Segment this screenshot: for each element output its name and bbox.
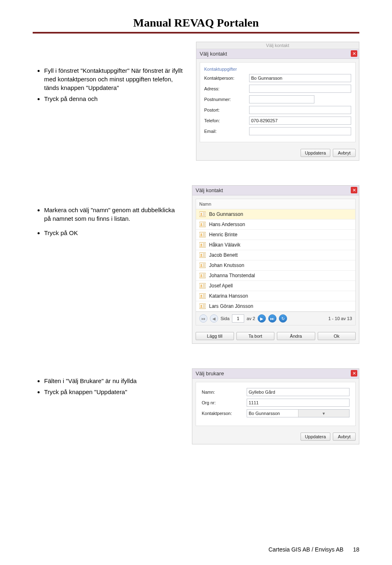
contact-name: Bo Gunnarsson: [209, 211, 243, 217]
pager-last-icon[interactable]: ⏭: [268, 314, 276, 323]
kontaktperson-label: Kontaktperson:: [202, 411, 247, 416]
contact-name: Håkan Välavik: [209, 242, 241, 248]
contact-list-row[interactable]: Josef Apell: [196, 281, 355, 291]
page-footer: Cartesia GIS AB / Envisys AB 18: [268, 546, 359, 553]
svg-point-16: [200, 244, 202, 245]
kontakt-dialog-edit: Välj kontakt Välj kontakt ✕ Kontaktuppgi…: [196, 42, 359, 161]
svg-point-11: [200, 233, 202, 235]
contact-name: Josef Apell: [209, 283, 233, 289]
contact-card-icon: [199, 283, 206, 289]
contact-card-icon: [199, 252, 206, 258]
close-icon[interactable]: ✕: [351, 50, 357, 57]
orgnr-label: Org nr:: [202, 400, 247, 405]
contact-card-icon: [199, 222, 206, 227]
section2-instructions: Markera och välj "namn" genom att dubbel…: [33, 185, 184, 344]
section1-instructions: Fyll i fönstret "Kontaktuppgifter" När f…: [33, 46, 188, 161]
contact-name: Lars Göran Jönsson: [209, 303, 253, 309]
contact-list-row[interactable]: Johanna Thorstendal: [196, 271, 355, 281]
contact-name: Katarina Hansson: [209, 293, 248, 299]
email-input[interactable]: [249, 127, 351, 135]
select-value: Bo Gunnarsson: [247, 411, 298, 416]
dialog-title-bar: Välj kontakt ✕: [196, 49, 359, 59]
pager-first-icon[interactable]: ⏮: [199, 314, 207, 323]
postort-label: Postort:: [204, 108, 249, 112]
uppdatera-button[interactable]: Uppdatera: [301, 149, 330, 157]
contact-card-icon: [199, 273, 206, 278]
kontaktperson-label: Kontaktperson:: [204, 76, 249, 81]
email-label: Email:: [204, 129, 249, 134]
namn-input[interactable]: [247, 388, 350, 396]
close-icon[interactable]: ✕: [351, 187, 357, 193]
dialog-title-bar: Välj kontakt ✕: [192, 186, 359, 195]
postnummer-label: Postnummer:: [204, 97, 249, 102]
contact-card-icon: [199, 293, 206, 299]
bullet: Tryck på denna och: [44, 94, 184, 103]
pager-page-input[interactable]: [232, 314, 244, 323]
pager: ⏮ ◀ Sida av 2 ▶ ⏭ ↻ 1 - 10 av 13: [196, 312, 355, 325]
bullet: Markera och välj "namn" genom att dubbel…: [44, 206, 180, 223]
uppdatera-button[interactable]: Uppdatera: [301, 433, 330, 441]
contact-list-row[interactable]: Hans Andersson: [196, 220, 355, 230]
namn-label: Namn:: [202, 390, 247, 395]
adress-input[interactable]: [249, 85, 351, 93]
page-title: Manual REVAQ Portalen: [33, 16, 359, 29]
fieldset-legend: Kontaktuppgifter: [204, 67, 351, 72]
telefon-input[interactable]: [249, 117, 351, 125]
lagg-till-button[interactable]: Lägg till: [196, 332, 234, 340]
contact-list-row[interactable]: Håkan Välavik: [196, 240, 355, 250]
kontakt-dialog-list: Välj kontakt ✕ Namn Bo GunnarssonHans An…: [192, 185, 359, 344]
contact-name: Johanna Thorstendal: [209, 273, 255, 278]
ghost-header: Välj kontakt: [196, 42, 359, 49]
svg-point-41: [200, 295, 202, 296]
contact-name: Henric Brinte: [209, 232, 237, 238]
dialog-title: Välj kontakt: [200, 51, 227, 57]
pager-refresh-icon[interactable]: ↻: [279, 314, 287, 323]
pager-sida-label: Sida: [220, 316, 229, 321]
pager-av-label: av 2: [247, 316, 255, 321]
contact-list-row[interactable]: Bo Gunnarsson: [196, 209, 355, 220]
contact-list-row[interactable]: Henric Brinte: [196, 230, 355, 240]
bullet: Fälten i "Välj Brukare" är nu ifyllda: [44, 377, 180, 385]
contact-card-icon: [199, 211, 206, 217]
avbryt-button[interactable]: Avbryt: [333, 149, 356, 157]
contact-list-row[interactable]: Jacob Benett: [196, 250, 355, 260]
contact-card-icon: [199, 242, 206, 248]
postort-input[interactable]: [249, 106, 351, 114]
contact-name: Hans Andersson: [209, 222, 245, 227]
bullet: Tryck på OK: [44, 229, 180, 237]
contact-name: Jacob Benett: [209, 252, 238, 258]
telefon-label: Telefon:: [204, 118, 249, 123]
bullet: Fyll i fönstret "Kontaktuppgifter" När f…: [44, 66, 184, 92]
section3-instructions: Fälten i "Välj Brukare" är nu ifyllda Tr…: [33, 368, 184, 399]
andra-button[interactable]: Ändra: [277, 332, 315, 340]
orgnr-input[interactable]: [247, 399, 350, 407]
dialog-title: Välj kontakt: [196, 187, 223, 193]
postnummer-input[interactable]: [249, 95, 314, 103]
contact-list-row[interactable]: Katarina Hansson: [196, 291, 355, 301]
contact-list-row[interactable]: Lars Göran Jönsson: [196, 301, 355, 312]
svg-point-31: [200, 274, 202, 276]
ta-bort-button[interactable]: Ta bort: [236, 332, 275, 340]
kontaktperson-input[interactable]: [249, 74, 351, 82]
brukare-dialog: Välj brukare ✕ Namn: Org nr: Kontaktpers…: [192, 368, 359, 444]
pager-range: 1 - 10 av 13: [328, 316, 352, 321]
chevron-down-icon: ▾: [298, 410, 350, 417]
pager-next-icon[interactable]: ▶: [258, 314, 266, 323]
dialog-title-bar: Välj brukare ✕: [192, 369, 359, 379]
svg-point-36: [200, 285, 202, 286]
svg-point-1: [200, 213, 202, 215]
ok-button[interactable]: Ok: [318, 332, 356, 340]
close-icon[interactable]: ✕: [351, 370, 357, 377]
bullet: Tryck på knappen "Uppdatera": [44, 388, 180, 396]
avbryt-button[interactable]: Avbryt: [333, 433, 356, 441]
dialog-title: Välj brukare: [196, 370, 224, 377]
contact-card-icon: [199, 232, 206, 238]
kontaktperson-select[interactable]: Bo Gunnarsson ▾: [247, 409, 350, 417]
contact-card-icon: [199, 262, 206, 268]
svg-point-21: [200, 254, 202, 256]
contact-list-row[interactable]: Johan Knutsson: [196, 260, 355, 271]
pager-prev-icon[interactable]: ◀: [210, 314, 218, 323]
contact-card-icon: [199, 303, 206, 309]
contact-name: Johan Knutsson: [209, 262, 244, 268]
list-column-header: Namn: [196, 199, 355, 209]
